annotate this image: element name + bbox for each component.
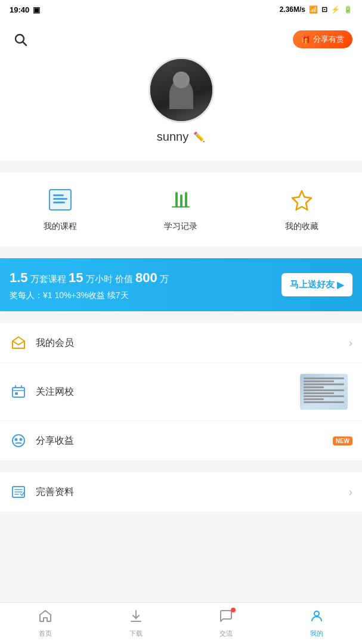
banner-cta-arrow: ▶ xyxy=(337,280,344,290)
my-favorites-label: 我的收藏 xyxy=(285,221,318,232)
divider-2 xyxy=(0,246,362,252)
complete-profile-menu-item[interactable]: 完善资料 › xyxy=(0,472,362,512)
status-sim-icon: ▣ xyxy=(33,5,40,14)
username: sunny xyxy=(157,130,188,144)
banner-unit3: 万 xyxy=(160,274,169,284)
svg-rect-9 xyxy=(172,206,190,208)
share-button[interactable]: 🎁 分享有赏 xyxy=(293,30,352,48)
svg-point-18 xyxy=(20,438,23,441)
nav-mine-label: 我的 xyxy=(310,629,323,638)
share-income-badge: NEW xyxy=(333,436,352,445)
svg-point-25 xyxy=(314,611,319,616)
mine-icon xyxy=(310,609,324,627)
menu-section: 我的会员 › 关注网校 xyxy=(0,323,362,460)
nav-mine[interactable]: 我的 xyxy=(271,604,362,643)
svg-point-16 xyxy=(13,435,24,447)
share-button-label: 分享有赏 xyxy=(313,34,344,45)
quick-actions: 我的课程 学习记录 我的收藏 xyxy=(0,172,362,246)
svg-rect-7 xyxy=(180,194,182,208)
top-bar: 🎁 分享有赏 xyxy=(0,25,362,57)
membership-menu-item[interactable]: 我的会员 › xyxy=(0,323,362,363)
study-records-label: 学习记录 xyxy=(164,221,197,232)
banner-cta-label: 马上送好友 xyxy=(290,279,335,290)
share-income-label: 分享收益 xyxy=(36,435,329,447)
svg-rect-8 xyxy=(185,192,187,208)
download-icon xyxy=(129,609,143,627)
my-favorites-button[interactable]: 我的收藏 xyxy=(278,184,326,232)
svg-rect-5 xyxy=(53,202,65,203)
menu-section-2: 完善资料 › xyxy=(0,472,362,512)
chat-icon xyxy=(219,609,233,627)
nav-home-label: 首页 xyxy=(39,629,52,638)
svg-rect-3 xyxy=(53,194,64,196)
membership-label: 我的会员 xyxy=(36,337,344,349)
membership-arrow: › xyxy=(349,337,352,349)
banner-line2: 奖每人：¥1 10%+3%收益 续7天 xyxy=(10,289,169,303)
my-courses-icon xyxy=(45,184,76,215)
signal-icon: ⊡ xyxy=(321,5,327,14)
nav-download-label: 下载 xyxy=(129,629,143,638)
home-icon xyxy=(38,609,52,627)
my-courses-label: 我的课程 xyxy=(44,221,77,232)
svg-point-0 xyxy=(16,35,24,43)
search-button[interactable] xyxy=(10,29,31,50)
banner-highlight1: 1.5 xyxy=(10,270,28,285)
status-bar: 19:40 ▣ 2.36M/s 📶 ⊡ ⚡ 🔋 xyxy=(0,0,362,19)
share-gift-icon: 🎁 xyxy=(301,35,311,44)
status-time: 19:40 xyxy=(10,5,29,14)
share-income-menu-item[interactable]: 分享收益 NEW xyxy=(0,421,362,460)
study-records-button[interactable]: 学习记录 xyxy=(157,184,205,232)
avatar-image xyxy=(150,59,212,121)
divider-4 xyxy=(0,466,362,472)
thumbnail-content xyxy=(300,374,348,410)
edit-username-icon[interactable]: ✏️ xyxy=(193,131,205,143)
nav-chat[interactable]: 交流 xyxy=(181,604,272,643)
avatar[interactable] xyxy=(148,57,214,123)
follow-school-label: 关注网校 xyxy=(36,386,300,398)
status-speed: 2.36M/s xyxy=(280,5,305,14)
svg-point-17 xyxy=(15,438,18,441)
svg-rect-4 xyxy=(53,198,67,200)
svg-rect-6 xyxy=(175,192,178,208)
svg-marker-10 xyxy=(292,191,311,210)
nav-chat-label: 交流 xyxy=(219,629,233,638)
banner-highlight3: 800 xyxy=(135,270,157,285)
profile-section: 🎁 分享有赏 sunny ✏️ xyxy=(0,19,362,160)
banner-highlight2: 15 xyxy=(69,270,83,285)
username-row: sunny ✏️ xyxy=(157,130,205,144)
follow-school-menu-item[interactable]: 关注网校 xyxy=(0,363,362,421)
divider-1 xyxy=(0,160,362,166)
follow-school-icon xyxy=(10,383,27,401)
my-courses-button[interactable]: 我的课程 xyxy=(36,184,84,232)
send-friend-button[interactable]: 马上送好友 ▶ xyxy=(281,273,352,296)
banner-line1: 1.5 万套课程 15 万小时 价值 800 万 xyxy=(10,267,169,289)
svg-rect-15 xyxy=(15,392,18,395)
svg-line-1 xyxy=(23,42,26,45)
battery-icon: 🔋 xyxy=(344,5,352,14)
charging-icon: ⚡ xyxy=(331,5,340,14)
banner-text: 1.5 万套课程 15 万小时 价值 800 万 奖每人：¥1 10%+3%收益… xyxy=(10,267,169,303)
svg-rect-11 xyxy=(13,388,24,397)
promo-banner[interactable]: 1.5 万套课程 15 万小时 价值 800 万 奖每人：¥1 10%+3%收益… xyxy=(0,258,362,311)
divider-3 xyxy=(0,317,362,323)
complete-profile-icon xyxy=(10,483,27,501)
my-favorites-icon xyxy=(286,184,317,215)
membership-icon xyxy=(10,334,27,352)
wifi-icon: 📶 xyxy=(309,5,318,14)
banner-unit2: 万小时 价值 xyxy=(86,274,135,284)
bottom-nav: 首页 下载 交流 我的 xyxy=(0,602,362,644)
share-income-icon xyxy=(10,432,27,450)
study-records-icon xyxy=(165,184,196,215)
banner-unit1: 万套课程 xyxy=(30,274,69,284)
nav-home[interactable]: 首页 xyxy=(0,604,91,643)
nav-download[interactable]: 下载 xyxy=(91,604,181,643)
follow-school-thumbnail xyxy=(300,374,348,410)
complete-profile-arrow: › xyxy=(349,486,352,499)
complete-profile-label: 完善资料 xyxy=(36,486,344,499)
